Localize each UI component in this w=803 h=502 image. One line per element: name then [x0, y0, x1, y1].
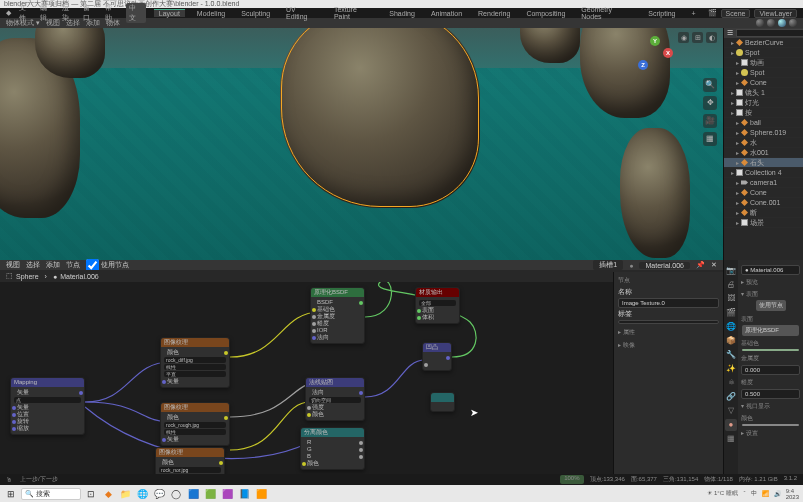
ws-modeling[interactable]: Modeling: [193, 10, 229, 17]
socket-metal[interactable]: 金属度: [314, 313, 361, 320]
outliner-row[interactable]: ▸水001: [724, 148, 803, 158]
tray-up-icon[interactable]: ˄: [743, 490, 746, 497]
nodehdr-select[interactable]: 选择: [26, 260, 40, 270]
sec-settings[interactable]: ▸ 设置: [741, 429, 800, 438]
outliner-row[interactable]: ▸Collection 4: [724, 168, 803, 178]
socket-vector-in[interactable]: 矢量: [14, 404, 81, 411]
proptab-view-icon[interactable]: 🖼: [725, 293, 737, 305]
node-bump[interactable]: 凹凸: [422, 342, 452, 371]
tray-weather[interactable]: ☀ 1°C 睡眠: [707, 489, 737, 498]
hdr-add[interactable]: 添加: [86, 18, 100, 28]
camera-icon[interactable]: 🎥: [703, 114, 717, 128]
outliner-search[interactable]: [736, 29, 803, 37]
socket-height[interactable]: [426, 361, 448, 368]
ws-geonodes[interactable]: Geometry Nodes: [577, 6, 636, 20]
proptab-particle-icon[interactable]: ✨: [725, 363, 737, 375]
sp-name-field[interactable]: Image Texture.0: [618, 298, 719, 308]
ws-script[interactable]: Scripting: [644, 10, 679, 17]
outliner-mode-icon[interactable]: ☰: [727, 29, 733, 37]
socket-loc[interactable]: 位置: [14, 411, 81, 418]
proptab-physics-icon[interactable]: ⚛: [725, 377, 737, 389]
axis-z[interactable]: Z: [638, 60, 648, 70]
socket-surface[interactable]: 表面: [419, 307, 456, 314]
axis-x[interactable]: X: [663, 48, 673, 58]
outliner-row[interactable]: ▸Spot: [724, 68, 803, 78]
imgtex-interp[interactable]: 线性: [164, 429, 226, 435]
proptab-output-icon[interactable]: 🖨: [725, 279, 737, 291]
mode-dropdown[interactable]: 物体模式 ▾: [6, 18, 40, 28]
ws-add[interactable]: +: [687, 10, 699, 17]
outliner-row[interactable]: ▸Spot: [724, 48, 803, 58]
proptab-texture-icon[interactable]: ▦: [725, 433, 737, 445]
proptab-material-icon[interactable]: ●: [725, 419, 737, 431]
tray-wifi-icon[interactable]: 📶: [762, 490, 769, 497]
outliner-row[interactable]: ▸Cone.001: [724, 198, 803, 208]
socket-volume[interactable]: 体积: [419, 314, 456, 321]
scene-field[interactable]: Scene: [721, 9, 751, 18]
ws-render[interactable]: Rendering: [474, 10, 514, 17]
socket-vector-out[interactable]: 矢量: [14, 389, 81, 396]
viewport-color[interactable]: [742, 424, 799, 426]
slot-dropdown[interactable]: 插槽1: [593, 260, 623, 270]
socket-color-out[interactable]: 颜色: [159, 459, 221, 466]
proptab-object-icon[interactable]: 📦: [725, 335, 737, 347]
3d-viewport[interactable]: ◉ ⊞ ◐ X Y Z 🔍 ✥ 🎥 ▦: [0, 28, 723, 260]
taskview-icon[interactable]: ⊡: [84, 487, 98, 501]
socket-rot[interactable]: 旋转: [14, 418, 81, 425]
outliner-row[interactable]: ▸场景: [724, 218, 803, 228]
socket-color-in[interactable]: 颜色: [309, 411, 361, 418]
node-image-texture-3[interactable]: 图像纹理 颜色 rock_nor.jpg: [155, 447, 225, 474]
nodehdr-add[interactable]: 添加: [46, 260, 60, 270]
path-object[interactable]: ⬚ Sphere: [6, 272, 39, 280]
outliner-row[interactable]: ▸Cone: [724, 78, 803, 88]
proptab-data-icon[interactable]: ▽: [725, 405, 737, 417]
shading-render-icon[interactable]: [789, 19, 797, 27]
outliner-row[interactable]: ▸水: [724, 138, 803, 148]
socket-color-in[interactable]: 颜色: [304, 460, 361, 467]
socket-strength[interactable]: 强度: [309, 404, 361, 411]
sp-label-field[interactable]: [618, 320, 719, 324]
material-name-field[interactable]: ● Material.006: [741, 265, 800, 275]
tray-ime-icon[interactable]: 中: [751, 489, 757, 498]
app-edge-icon[interactable]: 🌐: [135, 487, 149, 501]
app-blender-icon[interactable]: ◆: [101, 487, 115, 501]
socket-basecolor[interactable]: 基础色: [314, 306, 361, 313]
socket-bsdf-out[interactable]: BSDF: [314, 299, 361, 306]
outliner-row[interactable]: ▸按: [724, 108, 803, 118]
app-generic-icon[interactable]: ◯: [169, 487, 183, 501]
outliner-row[interactable]: ▸Sphere.019: [724, 128, 803, 138]
app-explorer-icon[interactable]: 📁: [118, 487, 132, 501]
node-separate-color[interactable]: 分离颜色 R G B 颜色: [300, 427, 365, 470]
outliner-row[interactable]: ▸ball: [724, 118, 803, 128]
blender-logo-icon[interactable]: ◆: [6, 9, 11, 17]
proptab-scene-icon[interactable]: 🎬: [725, 307, 737, 319]
outliner-row[interactable]: ▸镜头 1: [724, 88, 803, 98]
ws-layout[interactable]: Layout: [154, 9, 185, 17]
socket-r[interactable]: R: [304, 439, 361, 446]
socket-ior[interactable]: IOR: [314, 327, 361, 334]
imgtex-file[interactable]: rock_diff.jpg: [164, 357, 226, 363]
socket-normal-out[interactable]: [426, 354, 448, 361]
persp-icon[interactable]: ▦: [703, 132, 717, 146]
tray-time[interactable]: 9:42023: [786, 488, 799, 500]
app-generic-icon[interactable]: 🟪: [220, 487, 234, 501]
outliner-row[interactable]: ▸石头: [724, 158, 803, 168]
vp-xray-icon[interactable]: ◐: [706, 32, 717, 43]
node-normal-map[interactable]: 法线贴图 法向 切向空间 强度 颜色: [305, 377, 365, 421]
normal-space[interactable]: 切向空间: [309, 397, 361, 403]
app-generic-icon[interactable]: 📘: [237, 487, 251, 501]
nodehdr-node[interactable]: 节点: [66, 260, 80, 270]
proptab-world-icon[interactable]: 🌐: [725, 321, 737, 333]
vp-gizmo-toggle-icon[interactable]: ◉: [678, 32, 689, 43]
socket-vector-in[interactable]: 矢量: [164, 378, 226, 385]
shading-wire-icon[interactable]: [756, 19, 764, 27]
surface-shader-btn[interactable]: 原理化BSDF: [742, 325, 799, 336]
ws-uv[interactable]: UV Editing: [282, 6, 322, 20]
outliner-row[interactable]: ▸camera1: [724, 178, 803, 188]
viewlayer-field[interactable]: ViewLayer: [754, 9, 797, 18]
nodehdr-view[interactable]: 视图: [6, 260, 20, 270]
outliner-row[interactable]: ▸BezierCurve: [724, 38, 803, 48]
outliner-row[interactable]: ▸动画: [724, 58, 803, 68]
socket-color-out[interactable]: 颜色: [164, 349, 226, 356]
socket-rough[interactable]: 糙度: [314, 320, 361, 327]
